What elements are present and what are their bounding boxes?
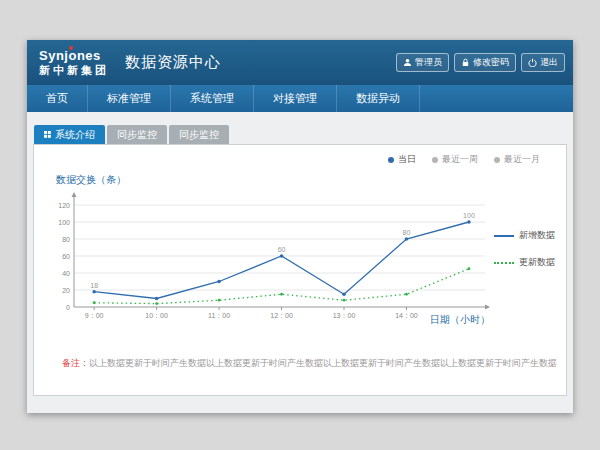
period-filter-today[interactable]: 当日: [388, 153, 416, 166]
period-filter-last-month[interactable]: 最近一月: [494, 153, 540, 166]
svg-text:10：00: 10：00: [145, 312, 168, 319]
svg-text:80: 80: [62, 236, 70, 243]
content-area: 系统介绍 同步监控 同步监控 当日 最近一周: [27, 112, 573, 413]
logout-label: 退出: [540, 56, 558, 69]
period-filter-label: 当日: [398, 153, 416, 166]
svg-text:100: 100: [463, 212, 475, 219]
tab-label: 同步监控: [179, 128, 219, 142]
user-icon: [403, 58, 412, 67]
series-legend: 新增数据 更新数据: [494, 229, 555, 283]
change-password-label: 修改密码: [473, 56, 509, 69]
logo[interactable]: Synjones 新中新集团: [39, 49, 109, 77]
logo-dot-icon: [69, 46, 73, 50]
nav-item-home[interactable]: 首页: [27, 85, 88, 112]
svg-text:80: 80: [403, 229, 411, 236]
power-icon: [528, 58, 537, 67]
line-chart: 0204060801001209：0010：0011：0012：0013：001…: [50, 189, 495, 329]
tab-sync-monitor-2[interactable]: 同步监控: [169, 125, 229, 144]
tab-sync-monitor-1[interactable]: 同步监控: [107, 125, 167, 144]
footnote-text: 以上数据更新于时间产生数据以上数据更新于时间产生数据以上数据更新于时间产生数据以…: [89, 358, 556, 368]
header-actions: 管理员 修改密码 退出: [396, 53, 565, 72]
nav-item-interface-mgmt[interactable]: 对接管理: [254, 85, 337, 112]
period-filter-last-week[interactable]: 最近一周: [432, 153, 478, 166]
chart-panel: 当日 最近一周 最近一月 数据交换（条） 0204060801001209：00…: [33, 144, 567, 396]
change-password-button[interactable]: 修改密码: [454, 53, 516, 72]
period-filter-label: 最近一月: [504, 153, 540, 166]
legend-dot-icon: [388, 157, 394, 163]
logo-subtext: 新中新集团: [39, 64, 109, 77]
svg-text:20: 20: [62, 287, 70, 294]
svg-text:14：00: 14：00: [395, 312, 418, 319]
legend-dot-icon: [494, 157, 500, 163]
legend-item-new-data: 新增数据: [494, 229, 555, 242]
tab-bar: 系统介绍 同步监控 同步监控: [34, 125, 573, 144]
app-window: Synjones 新中新集团 数据资源中心 管理员 修改密码 退出 首页 标准管…: [27, 40, 573, 413]
tab-label: 同步监控: [117, 128, 157, 142]
legend-dot-icon: [432, 157, 438, 163]
nav-item-system-mgmt[interactable]: 系统管理: [171, 85, 254, 112]
svg-text:60: 60: [278, 246, 286, 253]
svg-text:40: 40: [62, 270, 70, 277]
period-filter-group: 当日 最近一周 最近一月: [388, 153, 540, 166]
grid-icon: [44, 131, 51, 138]
chart-x-axis-title: 日期（小时）: [430, 313, 490, 327]
svg-text:13：00: 13：00: [333, 312, 356, 319]
admin-user-label: 管理员: [415, 56, 442, 69]
tab-system-intro[interactable]: 系统介绍: [34, 125, 105, 144]
nav-item-data-change[interactable]: 数据异动: [337, 85, 420, 112]
period-filter-label: 最近一周: [442, 153, 478, 166]
dotted-line-icon: [494, 262, 514, 264]
svg-text:60: 60: [62, 253, 70, 260]
legend-label: 更新数据: [519, 256, 555, 269]
svg-text:9：00: 9：00: [85, 312, 104, 319]
legend-item-updated-data: 更新数据: [494, 256, 555, 269]
legend-label: 新增数据: [519, 229, 555, 242]
logo-text: Synjones: [39, 49, 109, 62]
logout-button[interactable]: 退出: [521, 53, 565, 72]
footnote: 备注：以上数据更新于时间产生数据以上数据更新于时间产生数据以上数据更新于时间产生…: [62, 357, 556, 370]
tab-label: 系统介绍: [55, 128, 95, 142]
svg-text:0: 0: [66, 304, 70, 311]
svg-text:11：00: 11：00: [208, 312, 230, 319]
nav-item-standard-mgmt[interactable]: 标准管理: [88, 85, 171, 112]
admin-user-button[interactable]: 管理员: [396, 53, 449, 72]
solid-line-icon: [494, 235, 514, 237]
main-nav: 首页 标准管理 系统管理 对接管理 数据异动: [27, 85, 573, 112]
chart-y-axis-title: 数据交换（条）: [56, 173, 126, 187]
page-title: 数据资源中心: [125, 53, 221, 72]
footnote-label: 备注：: [62, 358, 89, 368]
svg-text:18: 18: [90, 282, 98, 289]
app-header: Synjones 新中新集团 数据资源中心 管理员 修改密码 退出: [27, 40, 573, 85]
lock-icon: [461, 58, 470, 67]
svg-text:120: 120: [58, 202, 70, 209]
svg-text:12：00: 12：00: [270, 312, 293, 319]
svg-text:100: 100: [58, 219, 70, 226]
